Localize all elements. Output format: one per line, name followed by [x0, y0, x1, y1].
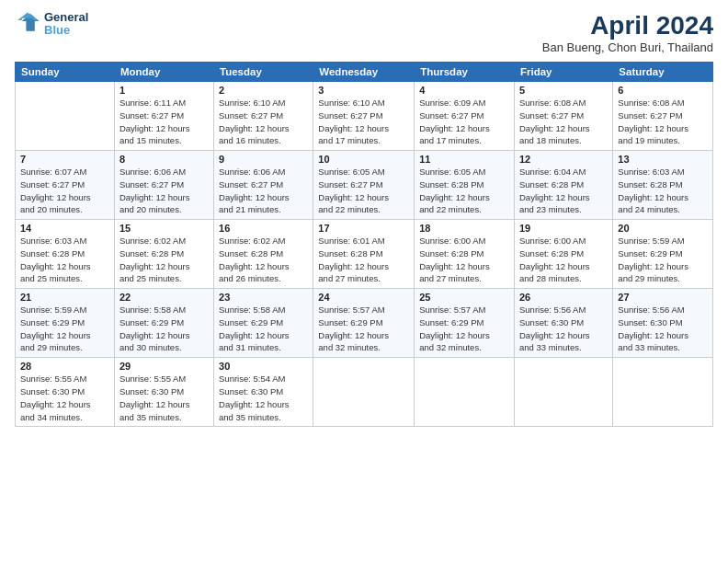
day-info: Sunrise: 5:59 AM Sunset: 6:29 PM Dayligh…: [20, 304, 109, 354]
col-sunday: Sunday: [16, 63, 115, 82]
main-title: April 2024: [542, 11, 713, 40]
day-info: Sunrise: 6:01 AM Sunset: 6:28 PM Dayligh…: [318, 235, 409, 285]
day-info: Sunrise: 5:55 AM Sunset: 6:30 PM Dayligh…: [20, 373, 109, 423]
day-number: 9: [219, 154, 308, 165]
day-info: Sunrise: 6:08 AM Sunset: 6:27 PM Dayligh…: [618, 97, 708, 147]
day-number: 10: [318, 154, 409, 165]
logo-line2: Blue: [44, 24, 88, 37]
table-row: [313, 358, 415, 427]
day-number: 25: [419, 292, 509, 303]
col-saturday: Saturday: [613, 63, 713, 82]
table-row: 18Sunrise: 6:00 AM Sunset: 6:28 PM Dayli…: [415, 220, 515, 289]
day-info: Sunrise: 6:06 AM Sunset: 6:27 PM Dayligh…: [219, 166, 308, 216]
calendar-week-row: 7Sunrise: 6:07 AM Sunset: 6:27 PM Daylig…: [16, 151, 713, 220]
table-row: 24Sunrise: 5:57 AM Sunset: 6:29 PM Dayli…: [313, 289, 415, 358]
day-info: Sunrise: 6:00 AM Sunset: 6:28 PM Dayligh…: [419, 235, 509, 285]
day-number: 6: [618, 85, 708, 96]
day-number: 23: [219, 292, 308, 303]
table-row: 19Sunrise: 6:00 AM Sunset: 6:28 PM Dayli…: [514, 220, 612, 289]
day-info: Sunrise: 6:03 AM Sunset: 6:28 PM Dayligh…: [618, 166, 708, 216]
day-number: 13: [618, 154, 708, 165]
day-info: Sunrise: 5:54 AM Sunset: 6:30 PM Dayligh…: [219, 373, 308, 423]
day-info: Sunrise: 6:04 AM Sunset: 6:28 PM Dayligh…: [519, 166, 608, 216]
header: General Blue April 2024 Ban Bueng, Chon …: [15, 11, 713, 54]
day-number: 19: [519, 223, 608, 234]
day-info: Sunrise: 5:59 AM Sunset: 6:29 PM Dayligh…: [618, 235, 708, 285]
day-number: 30: [219, 361, 308, 372]
calendar-week-row: 14Sunrise: 6:03 AM Sunset: 6:28 PM Dayli…: [16, 220, 713, 289]
day-number: 21: [20, 292, 109, 303]
day-number: 7: [20, 154, 109, 165]
day-info: Sunrise: 5:57 AM Sunset: 6:29 PM Dayligh…: [419, 304, 509, 354]
table-row: 10Sunrise: 6:05 AM Sunset: 6:27 PM Dayli…: [313, 151, 415, 220]
day-info: Sunrise: 6:11 AM Sunset: 6:27 PM Dayligh…: [119, 97, 209, 147]
day-number: 14: [20, 223, 109, 234]
calendar-week-row: 21Sunrise: 5:59 AM Sunset: 6:29 PM Dayli…: [16, 289, 713, 358]
table-row: 14Sunrise: 6:03 AM Sunset: 6:28 PM Dayli…: [16, 220, 115, 289]
day-info: Sunrise: 6:00 AM Sunset: 6:28 PM Dayligh…: [519, 235, 608, 285]
logo-icon: [15, 11, 40, 37]
col-monday: Monday: [114, 63, 213, 82]
table-row: 3Sunrise: 6:10 AM Sunset: 6:27 PM Daylig…: [313, 82, 415, 151]
day-info: Sunrise: 6:03 AM Sunset: 6:28 PM Dayligh…: [20, 235, 109, 285]
table-row: 7Sunrise: 6:07 AM Sunset: 6:27 PM Daylig…: [16, 151, 115, 220]
day-number: 20: [618, 223, 708, 234]
day-number: 3: [318, 85, 409, 96]
calendar-week-row: 28Sunrise: 5:55 AM Sunset: 6:30 PM Dayli…: [16, 358, 713, 427]
table-row: 25Sunrise: 5:57 AM Sunset: 6:29 PM Dayli…: [415, 289, 515, 358]
table-row: 22Sunrise: 5:58 AM Sunset: 6:29 PM Dayli…: [114, 289, 213, 358]
table-row: 26Sunrise: 5:56 AM Sunset: 6:30 PM Dayli…: [514, 289, 612, 358]
col-tuesday: Tuesday: [214, 63, 313, 82]
day-number: 17: [318, 223, 409, 234]
day-info: Sunrise: 6:10 AM Sunset: 6:27 PM Dayligh…: [219, 97, 308, 147]
day-info: Sunrise: 5:55 AM Sunset: 6:30 PM Dayligh…: [119, 373, 209, 423]
day-number: 28: [20, 361, 109, 372]
day-info: Sunrise: 6:05 AM Sunset: 6:27 PM Dayligh…: [318, 166, 409, 216]
table-row: 8Sunrise: 6:06 AM Sunset: 6:27 PM Daylig…: [114, 151, 213, 220]
calendar-table: Sunday Monday Tuesday Wednesday Thursday…: [15, 62, 713, 427]
table-row: 11Sunrise: 6:05 AM Sunset: 6:28 PM Dayli…: [415, 151, 515, 220]
table-row: 12Sunrise: 6:04 AM Sunset: 6:28 PM Dayli…: [514, 151, 612, 220]
table-row: 27Sunrise: 5:56 AM Sunset: 6:30 PM Dayli…: [613, 289, 713, 358]
table-row: 4Sunrise: 6:09 AM Sunset: 6:27 PM Daylig…: [415, 82, 515, 151]
day-info: Sunrise: 6:10 AM Sunset: 6:27 PM Dayligh…: [318, 97, 409, 147]
day-info: Sunrise: 6:09 AM Sunset: 6:27 PM Dayligh…: [419, 97, 509, 147]
calendar-week-row: 1Sunrise: 6:11 AM Sunset: 6:27 PM Daylig…: [16, 82, 713, 151]
day-info: Sunrise: 5:58 AM Sunset: 6:29 PM Dayligh…: [219, 304, 308, 354]
day-number: 22: [119, 292, 209, 303]
table-row: 29Sunrise: 5:55 AM Sunset: 6:30 PM Dayli…: [114, 358, 213, 427]
table-row: 6Sunrise: 6:08 AM Sunset: 6:27 PM Daylig…: [613, 82, 713, 151]
day-number: 2: [219, 85, 308, 96]
table-row: 23Sunrise: 5:58 AM Sunset: 6:29 PM Dayli…: [214, 289, 313, 358]
day-number: 29: [119, 361, 209, 372]
day-info: Sunrise: 6:02 AM Sunset: 6:28 PM Dayligh…: [219, 235, 308, 285]
table-row: 9Sunrise: 6:06 AM Sunset: 6:27 PM Daylig…: [214, 151, 313, 220]
day-info: Sunrise: 6:05 AM Sunset: 6:28 PM Dayligh…: [419, 166, 509, 216]
table-row: 13Sunrise: 6:03 AM Sunset: 6:28 PM Dayli…: [613, 151, 713, 220]
day-info: Sunrise: 5:58 AM Sunset: 6:29 PM Dayligh…: [119, 304, 209, 354]
day-info: Sunrise: 6:07 AM Sunset: 6:27 PM Dayligh…: [20, 166, 109, 216]
day-number: 18: [419, 223, 509, 234]
table-row: 20Sunrise: 5:59 AM Sunset: 6:29 PM Dayli…: [613, 220, 713, 289]
page: General Blue April 2024 Ban Bueng, Chon …: [0, 0, 728, 563]
calendar-header-row: Sunday Monday Tuesday Wednesday Thursday…: [16, 63, 713, 82]
day-number: 8: [119, 154, 209, 165]
day-number: 15: [119, 223, 209, 234]
table-row: 5Sunrise: 6:08 AM Sunset: 6:27 PM Daylig…: [514, 82, 612, 151]
logo-line1: General: [44, 11, 88, 24]
day-info: Sunrise: 6:02 AM Sunset: 6:28 PM Dayligh…: [119, 235, 209, 285]
day-number: 5: [519, 85, 608, 96]
table-row: 30Sunrise: 5:54 AM Sunset: 6:30 PM Dayli…: [214, 358, 313, 427]
day-number: 24: [318, 292, 409, 303]
day-info: Sunrise: 6:06 AM Sunset: 6:27 PM Dayligh…: [119, 166, 209, 216]
table-row: [613, 358, 713, 427]
table-row: [16, 82, 115, 151]
table-row: 15Sunrise: 6:02 AM Sunset: 6:28 PM Dayli…: [114, 220, 213, 289]
day-info: Sunrise: 5:56 AM Sunset: 6:30 PM Dayligh…: [618, 304, 708, 354]
table-row: [415, 358, 515, 427]
day-number: 1: [119, 85, 209, 96]
table-row: 2Sunrise: 6:10 AM Sunset: 6:27 PM Daylig…: [214, 82, 313, 151]
col-wednesday: Wednesday: [313, 63, 415, 82]
table-row: 17Sunrise: 6:01 AM Sunset: 6:28 PM Dayli…: [313, 220, 415, 289]
day-number: 27: [618, 292, 708, 303]
